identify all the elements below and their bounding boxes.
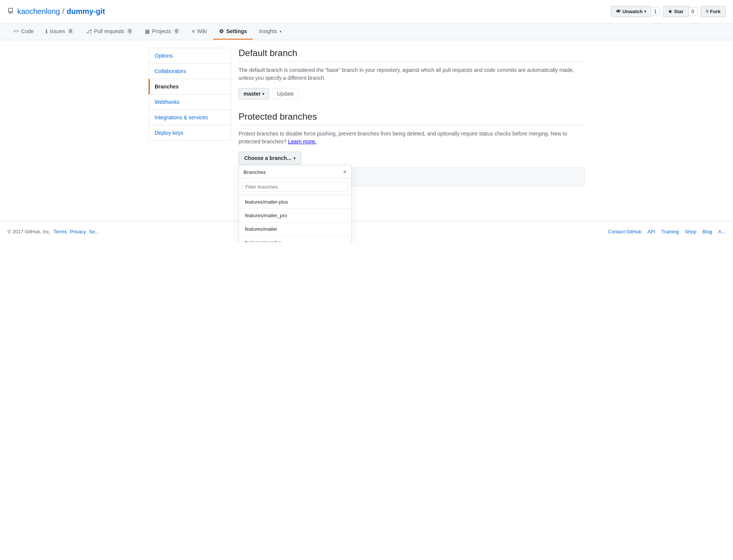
terms-link[interactable]: Terms xyxy=(53,229,67,234)
insights-caret: ▾ xyxy=(280,29,281,33)
update-button[interactable]: Update xyxy=(272,88,299,99)
tab-insights[interactable]: Insights ▾ xyxy=(253,24,287,40)
protected-branches-section: Protected branches Protect branches to d… xyxy=(239,111,585,186)
projects-badge: 0 xyxy=(173,28,180,35)
eye-icon: 👁 xyxy=(616,9,621,14)
star-label: Star xyxy=(674,9,683,14)
branch-dropdown-menu: Branches × features/mailer-plus features… xyxy=(239,165,351,242)
tab-insights-label: Insights xyxy=(259,28,277,34)
contact-link[interactable]: Contact GitHub xyxy=(608,229,642,234)
filter-branches-input[interactable] xyxy=(242,182,348,192)
sidebar-item-webhooks[interactable]: Webhooks xyxy=(149,94,231,110)
wiki-icon: ≡ xyxy=(192,28,195,34)
footer-right: Contact GitHub API Training Shop Blog A.… xyxy=(608,229,725,234)
tab-wiki-label: Wiki xyxy=(197,28,207,34)
dropdown-search xyxy=(239,179,351,195)
protected-branches-title: Protected branches xyxy=(239,111,585,125)
branch-controls: master ▾ Update xyxy=(239,88,585,99)
repo-title: kaochenlong / dummy-git xyxy=(8,7,105,16)
star-group: ★ Star 0 xyxy=(663,6,698,17)
code-icon: <> xyxy=(14,29,19,34)
choose-branch-label: Choose a branch... xyxy=(244,155,291,161)
api-link[interactable]: API xyxy=(648,229,655,234)
footer: © 2017 GitHub, Inc. Terms Privacy Se... … xyxy=(0,221,733,242)
sidebar-item-deploy-keys[interactable]: Deploy keys xyxy=(149,125,231,140)
star-count[interactable]: 0 xyxy=(689,7,698,16)
tab-issues-label: Issues xyxy=(50,28,65,34)
pr-icon: ⎇ xyxy=(86,28,92,34)
master-branch-button[interactable]: master ▾ xyxy=(239,88,269,99)
settings-icon: ⚙ xyxy=(219,28,224,34)
protected-branches-desc: Protect branches to disable force pushin… xyxy=(239,130,585,146)
fork-label: Fork xyxy=(710,9,721,14)
repo-name[interactable]: dummy-git xyxy=(67,7,105,16)
sidebar-nav: Options Collaborators Branches Webhooks … xyxy=(148,48,231,141)
choose-branch-container: Choose a branch... ▾ Branches × features… xyxy=(239,152,301,164)
star-button[interactable]: ★ Star xyxy=(663,6,688,17)
branch-item-mailer-pro[interactable]: features/mailer_pro xyxy=(239,209,351,222)
main-content: Default branch The default branch is con… xyxy=(239,48,585,198)
sidebar-item-branches[interactable]: Branches xyxy=(149,79,231,94)
tab-pull-requests[interactable]: ⎇ Pull requests 0 xyxy=(80,23,139,40)
watch-button[interactable]: 👁 Unwatch ▾ xyxy=(611,6,651,17)
training-link[interactable]: Training xyxy=(662,229,679,234)
branch-name: master xyxy=(243,91,261,97)
branch-caret: ▾ xyxy=(262,92,264,96)
repo-owner[interactable]: kaochenlong xyxy=(17,7,60,16)
pr-badge: 0 xyxy=(127,28,133,35)
default-branch-title: Default branch xyxy=(239,48,585,62)
watch-group: 👁 Unwatch ▾ 1 xyxy=(611,6,660,17)
learn-more-link[interactable]: Learn more. xyxy=(288,138,316,145)
repo-header: kaochenlong / dummy-git 👁 Unwatch ▾ 1 ★ … xyxy=(0,0,733,23)
default-branch-desc: The default branch is considered the "ba… xyxy=(239,66,585,82)
privacy-link[interactable]: Privacy xyxy=(70,229,86,234)
footer-left: © 2017 GitHub, Inc. Terms Privacy Se... xyxy=(8,229,99,234)
repo-icon xyxy=(8,7,14,16)
projects-icon: ▦ xyxy=(145,28,150,34)
nav-tabs: <> Code ℹ Issues 0 ⎇ Pull requests 0 ▦ P… xyxy=(0,23,733,40)
header-actions: 👁 Unwatch ▾ 1 ★ Star 0 ⑂ Fork xyxy=(608,6,725,17)
choose-branch-button[interactable]: Choose a branch... ▾ xyxy=(239,152,301,164)
tab-projects[interactable]: ▦ Projects 0 xyxy=(139,23,186,40)
tab-code[interactable]: <> Code xyxy=(8,24,40,40)
shop-link[interactable]: Shop xyxy=(685,229,696,234)
tab-wiki[interactable]: ≡ Wiki xyxy=(186,24,213,40)
sidebar: Options Collaborators Branches Webhooks … xyxy=(148,48,231,198)
tab-settings-label: Settings xyxy=(226,28,247,34)
fork-icon: ⑂ xyxy=(706,9,709,14)
dropdown-header: Branches × xyxy=(239,166,351,179)
main-layout: Options Collaborators Branches Webhooks … xyxy=(141,40,592,206)
tab-code-label: Code xyxy=(21,28,33,34)
default-branch-section: Default branch The default branch is con… xyxy=(239,48,585,99)
issues-badge: 0 xyxy=(67,28,74,35)
branch-item-mailer-plus[interactable]: features/mailer-plus xyxy=(239,195,351,209)
star-icon: ★ xyxy=(668,9,672,14)
fork-group: ⑂ Fork xyxy=(701,6,725,17)
branch-item-mailer[interactable]: features/mailer xyxy=(239,222,351,236)
tab-settings[interactable]: ⚙ Settings xyxy=(213,24,253,40)
sidebar-item-integrations[interactable]: Integrations & services xyxy=(149,110,231,125)
choose-branch-caret: ▾ xyxy=(294,156,295,160)
branch-item-member[interactable]: features/member xyxy=(239,236,351,242)
sidebar-item-options[interactable]: Options xyxy=(149,48,231,64)
copyright: © 2017 GitHub, Inc. xyxy=(8,229,50,234)
about-link[interactable]: A... xyxy=(718,229,725,234)
tab-pr-label: Pull requests xyxy=(94,28,125,34)
dropdown-title: Branches xyxy=(243,169,266,175)
issues-icon: ℹ xyxy=(46,28,47,34)
tab-issues[interactable]: ℹ Issues 0 xyxy=(40,23,79,40)
security-link[interactable]: Se... xyxy=(89,229,99,234)
branch-list: features/mailer-plus features/mailer_pro… xyxy=(239,195,351,242)
fork-button[interactable]: ⑂ Fork xyxy=(701,6,725,17)
blog-link[interactable]: Blog xyxy=(702,229,712,234)
dropdown-close-button[interactable]: × xyxy=(343,169,347,175)
tab-projects-label: Projects xyxy=(152,28,171,34)
sidebar-item-collaborators[interactable]: Collaborators xyxy=(149,64,231,79)
watch-label: Unwatch xyxy=(622,9,643,14)
watch-caret: ▾ xyxy=(644,9,646,14)
watch-count[interactable]: 1 xyxy=(651,7,660,16)
repo-separator: / xyxy=(62,7,64,16)
